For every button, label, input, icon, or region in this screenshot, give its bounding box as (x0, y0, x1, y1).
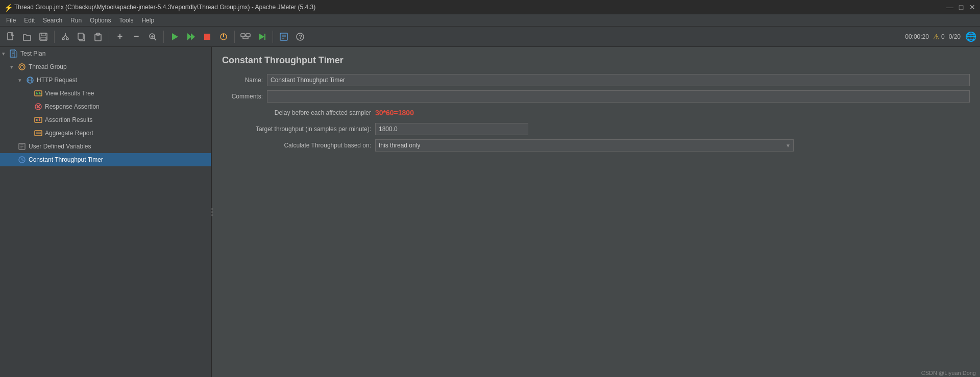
new-button[interactable] (3, 29, 18, 44)
comments-input[interactable] (267, 90, 970, 103)
throughput-input[interactable] (375, 123, 528, 135)
assertion-results-icon (34, 115, 43, 124)
tree-item-user-defined-variables[interactable]: User Defined Variables (0, 140, 211, 153)
svg-line-14 (154, 38, 156, 40)
toolbar-sep-1 (54, 31, 55, 43)
tree-item-test-plan[interactable]: ▾Test Plan (0, 47, 211, 60)
toolbar: + − ? 00:00:20 ⚠ 0 0/20 🌐 (0, 27, 980, 47)
menu-item-edit[interactable]: Edit (20, 14, 39, 26)
thread-group-icon (17, 62, 27, 71)
delay-formula: 30*60=1800 (375, 109, 414, 117)
remote-engine-button[interactable]: 🌐 (965, 31, 977, 43)
remove-button[interactable]: − (129, 29, 144, 44)
tree-label-test-plan: Test Plan (20, 50, 45, 57)
throughput-label: Target throughput (in samples per minute… (222, 125, 375, 133)
menubar: FileEditSearchRunOptionsToolsHelp (0, 14, 980, 27)
svg-line-69 (22, 160, 23, 161)
shutdown-button[interactable] (216, 29, 231, 44)
sash-dots (211, 208, 213, 216)
name-label: Name: (222, 77, 263, 84)
maximize-button[interactable]: □ (958, 4, 965, 11)
open-button[interactable] (19, 29, 35, 44)
start-no-pauses-button[interactable] (183, 29, 199, 44)
calculate-row: Calculate Throughput based on: this thre… (222, 139, 970, 152)
sash-dot (211, 208, 213, 210)
http-request-icon (26, 76, 35, 85)
svg-rect-3 (41, 37, 46, 40)
menu-item-search[interactable]: Search (39, 14, 66, 26)
tree-label-assertion-results: Assertion Results (45, 116, 92, 123)
remote-start-button[interactable] (254, 29, 270, 44)
name-row: Name: (222, 74, 970, 86)
constant-throughput-timer-icon (17, 155, 27, 164)
tree-label-thread-group: Thread Group (29, 63, 67, 70)
remote-button[interactable] (238, 29, 253, 44)
svg-point-4 (62, 38, 64, 40)
comments-label: Comments: (222, 93, 263, 100)
log-viewer-button[interactable] (276, 29, 291, 44)
tree-label-constant-throughput-timer: Constant Throughput Timer (29, 156, 103, 163)
warning-count: 0 (941, 33, 945, 40)
user-defined-variables-icon (17, 142, 27, 151)
stop-button[interactable] (200, 29, 215, 44)
tree-label-user-defined-variables: User Defined Variables (29, 143, 91, 150)
menu-item-file[interactable]: File (2, 14, 20, 26)
resize-sash[interactable] (211, 47, 213, 377)
view-results-tree-icon (34, 89, 43, 98)
tree-label-view-results-tree: View Results Tree (45, 90, 94, 97)
svg-rect-23 (241, 34, 245, 37)
svg-marker-19 (191, 33, 195, 40)
sash-dot (211, 211, 213, 213)
svg-rect-0 (8, 33, 13, 40)
name-input[interactable] (267, 74, 970, 86)
tree-item-aggregate-report[interactable]: Aggregate Report (0, 127, 211, 140)
thread-count: 0/20 (949, 33, 961, 40)
tree-item-thread-group[interactable]: ▾Thread Group (0, 60, 211, 73)
delay-row: Delay before each affected sampler 30*60… (222, 107, 970, 119)
tree-item-http-request[interactable]: ▾HTTP Request (0, 73, 211, 87)
toolbar-sep-2 (109, 31, 109, 43)
aggregate-report-icon (34, 129, 43, 138)
tree-item-assertion-results[interactable]: Assertion Results (0, 113, 211, 127)
tree-item-view-results-tree[interactable]: View Results Tree (0, 87, 211, 100)
toolbar-sep-5 (273, 31, 273, 43)
menu-item-run[interactable]: Run (66, 14, 86, 26)
svg-point-5 (66, 38, 68, 40)
svg-marker-18 (187, 33, 191, 40)
close-button[interactable]: ✕ (969, 4, 976, 11)
tree-label-http-request: HTTP Request (37, 77, 77, 84)
start-button[interactable] (167, 29, 182, 44)
svg-rect-20 (204, 34, 210, 40)
svg-rect-60 (35, 131, 42, 136)
warning-badge: ⚠ 0 (933, 33, 945, 41)
menu-item-options[interactable]: Options (86, 14, 115, 26)
left-panel: ▾Test Plan▾Thread Group▾HTTP RequestView… (0, 47, 212, 377)
tree-arrow-icon: ▾ (10, 64, 17, 70)
cut-button[interactable] (58, 29, 73, 44)
menu-item-help[interactable]: Help (137, 14, 158, 26)
browse-button[interactable] (145, 29, 160, 44)
svg-text:?: ? (299, 34, 303, 40)
tree-arrow-icon: ▾ (18, 77, 26, 84)
copy-button[interactable] (74, 29, 89, 44)
minimize-button[interactable]: — (946, 4, 953, 11)
app-icon: ⚡ (4, 4, 11, 11)
svg-marker-41 (14, 49, 17, 57)
add-button[interactable]: + (112, 29, 128, 44)
titlebar: ⚡ Thread Group.jmx (C:\backup\Mytool\apa… (0, 0, 980, 14)
help-button[interactable]: ? (292, 29, 308, 44)
tree-item-constant-throughput-timer[interactable]: Constant Throughput Timer (0, 153, 211, 166)
calculate-select[interactable]: this thread onlyall active threadsall ac… (375, 139, 794, 152)
save-button[interactable] (36, 29, 51, 44)
titlebar-left: ⚡ Thread Group.jmx (C:\backup\Mytool\apa… (4, 4, 315, 11)
titlebar-title: Thread Group.jmx (C:\backup\Mytool\apach… (14, 4, 315, 11)
paste-button[interactable] (90, 29, 106, 44)
menu-item-tools[interactable]: Tools (115, 14, 137, 26)
response-assertion-icon (34, 102, 43, 111)
titlebar-controls: — □ ✕ (946, 4, 976, 11)
tree-item-response-assertion[interactable]: Response Assertion (0, 100, 211, 113)
svg-point-43 (20, 65, 23, 68)
calculate-select-wrapper: this thread onlyall active threadsall ac… (375, 139, 794, 152)
svg-point-42 (19, 64, 25, 70)
svg-line-6 (63, 35, 65, 38)
